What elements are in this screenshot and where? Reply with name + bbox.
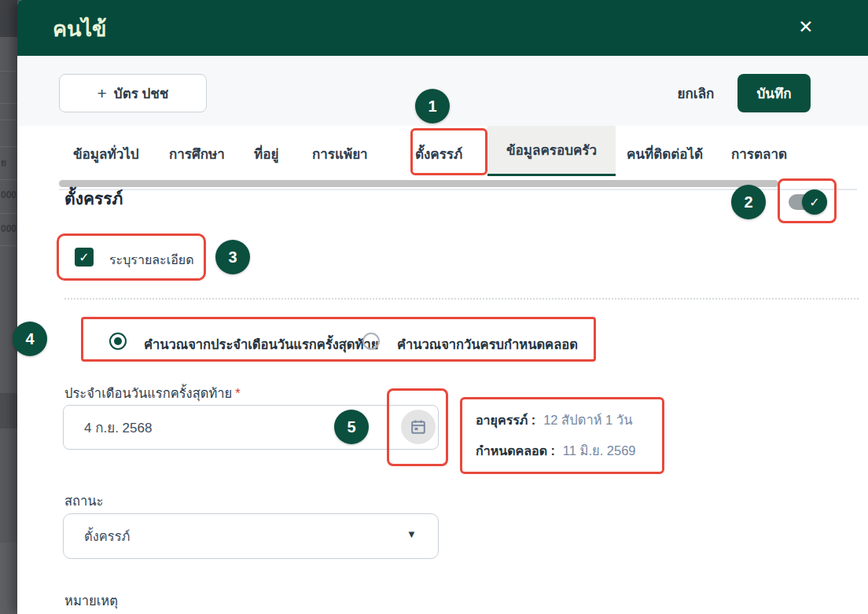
background-row-divider [0, 213, 17, 214]
background-row-divider [0, 179, 17, 180]
pregnancy-toggle-knob-check-icon[interactable]: ✓ [802, 189, 827, 215]
plus-icon: + [97, 84, 107, 103]
lmp-date-input[interactable]: 4 ก.ย. 2568 [63, 405, 439, 450]
step-badge-4: 4 [13, 322, 47, 356]
status-field-label: สถานะ [64, 491, 103, 511]
tab-family-info[interactable]: ข้อมูลครอบครัว [487, 126, 616, 176]
tab-scrollbar-thumb[interactable] [59, 180, 778, 187]
add-idcard-label: บัตร ปชช [114, 83, 169, 104]
detail-checkbox[interactable]: ✓ [75, 248, 94, 267]
note-field-label: หมายเหตุ [64, 590, 118, 611]
step-badge-3: 3 [215, 240, 250, 274]
tab-education[interactable]: การศึกษา [169, 143, 225, 164]
required-asterisk: * [235, 386, 240, 400]
background-row-divider [0, 146, 17, 147]
tab-marketing[interactable]: การตลาด [731, 143, 787, 164]
pregnancy-summary-box: อายุครรภ์ : 12 สัปดาห์ 1 วัน กำหนดคลอด :… [460, 397, 664, 474]
tab-general-info[interactable]: ข้อมูลทั่วไป [73, 143, 139, 164]
tab-drug-allergy[interactable]: การแพ้ยา [312, 143, 368, 164]
background-row-divider [0, 245, 17, 246]
step-badge-1: 1 [415, 89, 450, 123]
modal-title: คนไข้ [53, 12, 107, 46]
calendar-icon [410, 418, 427, 436]
gestational-age-row: อายุครรภ์ : 12 สัปดาห์ 1 วัน [476, 410, 649, 430]
close-icon[interactable]: ✕ [793, 13, 819, 40]
gestational-age-value: 12 สัปดาห์ 1 วัน [543, 410, 632, 430]
radio-calc-from-lmp[interactable] [109, 333, 127, 350]
due-date-label: กำหนดคลอด : [476, 441, 555, 461]
screen: ย 000 000 คนไข้ ✕ + บัตร ปชช ยกเลิก บันท… [0, 0, 868, 614]
tab-pregnancy[interactable]: ตั้งครรภ์ [415, 143, 462, 164]
lmp-field-label: ประจำเดือนวันแรกครั้งสุดท้าย* [64, 383, 241, 403]
background-row-divider [0, 103, 17, 104]
background-band [0, 542, 17, 614]
patient-modal: คนไข้ ✕ + บัตร ปชช ยกเลิก บันทึก ข้อมูลท… [17, 0, 868, 614]
chevron-down-icon: ▼ [406, 528, 417, 540]
background-row-divider [0, 71, 17, 72]
lmp-field-label-text: ประจำเดือนวันแรกครั้งสุดท้าย [64, 386, 232, 400]
dimmed-background-page: ย 000 000 [0, 0, 17, 614]
radio-calc-from-edd[interactable] [362, 333, 380, 350]
radio-calc-from-edd-label: คำนวณจากวันครบกำหนดคลอด [397, 334, 578, 355]
dotted-divider [64, 298, 859, 300]
tab-address[interactable]: ที่อยู่ [254, 143, 278, 164]
background-row-divider [0, 119, 17, 120]
background-text-fragment: 000 [1, 189, 17, 200]
add-idcard-button[interactable]: + บัตร ปชช [59, 74, 207, 112]
due-date-value: 11 มิ.ย. 2569 [563, 440, 636, 461]
status-select[interactable]: ตั้งครรภ์ [63, 513, 439, 559]
radio-calc-from-lmp-label: คำนวณจากประจำเดือนวันแรกครั้งสุดท้าย [144, 334, 378, 355]
pregnancy-section-title: ตั้งครรภ์ [64, 186, 123, 211]
tab-bar: ข้อมูลทั่วไป การศึกษา ที่อยู่ การแพ้ยา ต… [17, 126, 868, 178]
step-badge-2: 2 [731, 185, 766, 219]
save-button[interactable]: บันทึก [737, 74, 811, 112]
cancel-button[interactable]: ยกเลิก [668, 83, 723, 104]
modal-header: คนไข้ ✕ [17, 0, 868, 56]
detail-checkbox-label: ระบุรายละเอียด [109, 250, 194, 270]
background-band [0, 393, 17, 428]
background-text-fragment: 000 [1, 223, 17, 234]
background-text-fragment: ย [1, 155, 17, 170]
gestational-age-label: อายุครรภ์ : [476, 410, 535, 430]
calendar-picker-button[interactable] [401, 410, 436, 444]
step-badge-5: 5 [334, 410, 369, 444]
tab-contact-person[interactable]: คนที่ติดต่อได้ [627, 143, 703, 164]
due-date-row: กำหนดคลอด : 11 มิ.ย. 2569 [476, 440, 649, 461]
background-topbar [0, 0, 17, 37]
